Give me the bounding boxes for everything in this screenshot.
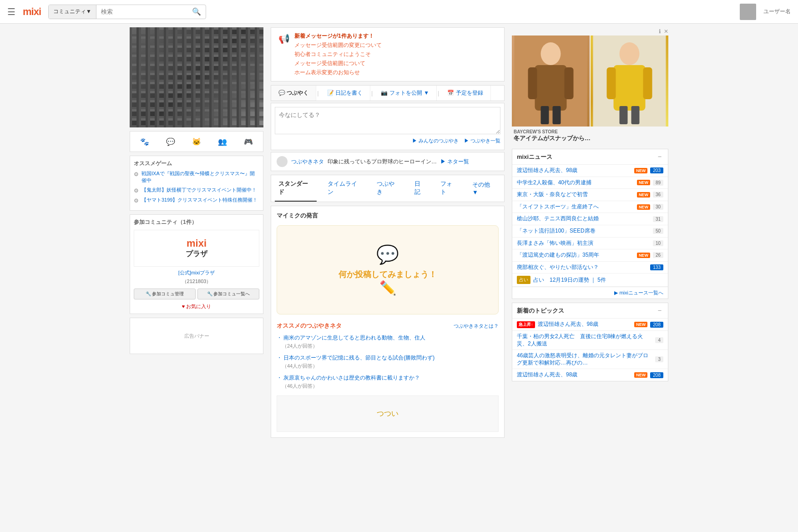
search-category-selector[interactable]: コミュニティ▼ [49,5,96,19]
news-more-link[interactable]: ▶ mixiニュース一覧へ [512,287,668,299]
ad-info-row: BAYCREW'S STORE 冬アイテムがスナップから… [512,127,668,145]
news-link-2[interactable]: 中学生2人殺傷、40代の男逮捕 [517,179,634,187]
svg-rect-3 [528,67,537,99]
search-button[interactable]: 🔍 [187,7,206,16]
tab-standard[interactable]: スタンダード [275,175,317,202]
tab-other[interactable]: その他 ▼ [469,176,500,201]
ad-brand: BAYCREW'S STORE [514,129,591,134]
svg-rect-12 [620,106,628,124]
post-textarea[interactable] [275,107,500,134]
osusume-item-3[interactable]: ・ 灰原哀ちゃんのかわいさは歴史の教科書に載りますか？ （46人が回答） [277,374,499,390]
game-item-2[interactable]: ⚙ 【鬼太郎】妖怪横丁でクリスマスイベント開催中！ [134,187,259,194]
topic-count-2: 4 [655,337,663,343]
news-item-8: 「渡辺篤史の建もの探訪」35周年 NEW 26 [512,249,668,262]
osusume-item-1[interactable]: ・ 南米のアマゾンに生息してると思われる動物、生物、住人 （24人が回答） [277,334,499,350]
osusume-link[interactable]: つぶやきネタとは？ [454,323,499,329]
news-link-5[interactable]: 槍山沙耶、テニス西岡良仁と結婚 [517,215,650,223]
icon-bar-pet[interactable]: 🐾 [132,133,157,150]
tab-timeline[interactable]: タイムライン [324,175,366,202]
osusume-item-2[interactable]: ・ 日本のスポーツ界で記憶に残る、節目となる試合(勝敗問わず) （44人が回答） [277,354,499,370]
minimize-topics-button[interactable]: － [656,306,663,315]
topic-link-3[interactable]: 46歳芸人の激怒表明受け、離婚の元タレント妻がブログ更新で和解対応…再びの… [517,352,652,366]
osusume-title: オススメのつぶやきネタ [277,322,342,330]
game-item-3[interactable]: ⚙ 【ヤマト3199】クリスマスイベント特殊任務開催！ [134,197,259,204]
post-tab-photo[interactable]: 📷 フォトを公開 ▼ [374,86,437,101]
icon-bar-game[interactable]: 🎮 [236,133,261,150]
tab-tsubuyaki[interactable]: つぶやき [373,175,404,202]
notification-box: 📢 新着メッセージが1件あります！ メッセージ受信範囲の変更について 初心者コミ… [271,27,505,81]
main-content-area: マイミクの発言 💬 何か投稿してみましょう！ ✏️ オススメのつぶやきネタ つぶ… [271,206,505,438]
neta-link[interactable]: ▶ ネター覧 [440,158,469,166]
tab-photo[interactable]: フォト [437,175,461,202]
topic-link-2[interactable]: 千葉・柏の男女2人死亡 直後に住宅8棟が燃える火災、2人搬送 [517,333,652,347]
community-logo-sub: プラザ [141,249,252,259]
news-count-8: 26 [653,252,663,258]
topic-link-4[interactable]: 渡辺恒雄さん死去、98歳 [517,371,631,379]
minimize-news-button[interactable]: － [656,152,663,162]
post-tab-tsubuyaku[interactable]: 💬 つぶやく [271,86,316,101]
game-item-3-text: 【ヤマト3199】クリスマスイベント特殊任務開催！ [141,197,258,203]
icon-bar-cat[interactable]: 🐱 [184,133,209,150]
news-item-3: 東京・大阪・奈良などで初雪 NEW 36 [512,189,668,201]
news-count-6: 50 [653,228,663,234]
new-topics-header: 新着のトピックス － [512,303,668,319]
svg-rect-9 [614,65,646,111]
logo[interactable]: mixi [23,6,41,18]
notif-link-3[interactable]: メッセージ受信範囲について [294,60,382,67]
icon-bar-people[interactable]: 👥 [210,133,235,150]
search-input[interactable] [96,5,187,19]
news-link-6[interactable]: 「ネット流行語100」SEED席巻 [517,228,650,235]
game-item-1[interactable]: ⚙ 戦国IXAで『戦国の聖夜〜帰蝶とクリスマス〜』開催中 [134,170,259,184]
ad-box: ℹ ✕ [512,27,668,145]
tsubuyaki-list-link[interactable]: ▶ つぶやき一覧 [464,137,500,144]
news-link-7[interactable]: 長澤まさみ「怖い映画」初主演 [517,240,650,247]
topic-link-1[interactable]: 渡辺恒雄さん死去、98歳 [538,321,632,328]
post-tab-schedule[interactable]: 📅 予定を登録 [440,86,490,101]
svg-rect-4 [565,67,574,99]
ad-info-icon[interactable]: ℹ [659,28,661,35]
tab-nikki[interactable]: 日記 [411,175,429,202]
ad-title[interactable]: 冬アイテムがスナップから… [514,134,591,142]
pencil-icon: ✏️ [286,280,489,296]
bottom-banner-text: 広告バナー [184,333,209,339]
list-community-button[interactable]: 🔧 参加コミュ一覧へ [197,289,259,299]
icon-bar-message[interactable]: 💬 [158,133,183,150]
svg-point-1 [541,42,561,65]
ad-close-icon[interactable]: ✕ [664,28,668,35]
hamburger-icon[interactable]: ☰ [7,6,15,17]
search-area: コミュニティ▼ 🔍 [48,5,206,19]
center-content: 📢 新着メッセージが1件あります！ メッセージ受信範囲の変更について 初心者コミ… [267,24,508,441]
all-tsubuyaki-link[interactable]: ▶ みんなのつぶやき [412,137,459,144]
news-item-1: 渡辺恒雄さん死去、98歳 NEW 203 [512,165,668,177]
notif-link-1[interactable]: メッセージ受信範囲の変更について [294,41,382,49]
community-name[interactable]: [公式]mixiプラザ [134,269,259,276]
post-tab-nikki[interactable]: 📝 日記を書く [320,86,370,101]
header-username: ユーザー名 [763,8,791,15]
content-tabs-bar: スタンダード タイムライン つぶやき 日記 フォト その他 ▼ [271,175,505,202]
game-item-2-text: 【鬼太郎】妖怪横丁でクリスマスイベント開催中！ [141,187,257,193]
news-link-1[interactable]: 渡辺恒雄さん死去、98歳 [517,167,631,174]
notif-link-4[interactable]: ホーム表示変更のお知らせ [294,69,382,76]
svg-rect-13 [631,106,640,124]
news-link-4[interactable]: 「スイフトスポーツ」生産終了へ [517,203,634,211]
svg-point-8 [620,42,640,65]
main-layout: 🐾 💬 🐱 👥 🎮 オススメゲーム ⚙ 戦国IXAで『戦国の聖夜〜帰蝶とクリスマ… [126,24,672,441]
community-logo[interactable]: mixi プラザ [134,230,259,267]
notif-link-2[interactable]: 初心者コミュニティにようこそ [294,51,382,58]
news-link-8[interactable]: 「渡辺篤史の建もの探訪」35周年 [517,252,634,259]
news-item-2: 中学生2人殺傷、40代の男逮捕 NEW 89 [512,177,668,189]
favorite-link[interactable]: ♥ お気に入り [134,303,259,310]
notif-new-message[interactable]: 新着メッセージが1件あります！ [294,32,382,40]
topic-count-1: 208 [650,322,663,328]
news-item-6: 「ネット流行語100」SEED席巻 50 [512,225,668,238]
community-buttons: 🔧 参加コミュ管理 🔧 参加コミュ一覧へ [134,289,259,299]
news-new-badge-8: NEW [637,253,650,258]
news-link-9[interactable]: 廃部相次ぐ、やりたい部活ない？ [517,264,647,271]
news-new-badge-2: NEW [637,180,650,185]
megaphone-icon: 📢 [278,33,290,44]
manage-community-button[interactable]: 🔧 参加コミュ管理 [134,289,196,299]
neta-topic[interactable]: 印象に残っているプロ野球のヒーローイン… [328,158,437,166]
news-link-10[interactable]: 占い 12月19日の運勢 ｜ 5件 [533,277,663,284]
news-link-3[interactable]: 東京・大阪・奈良などで初雪 [517,191,634,198]
topic-item-1: 急上昇↑ 渡辺恒雄さん死去、98歳 NEW 208 [512,319,668,331]
